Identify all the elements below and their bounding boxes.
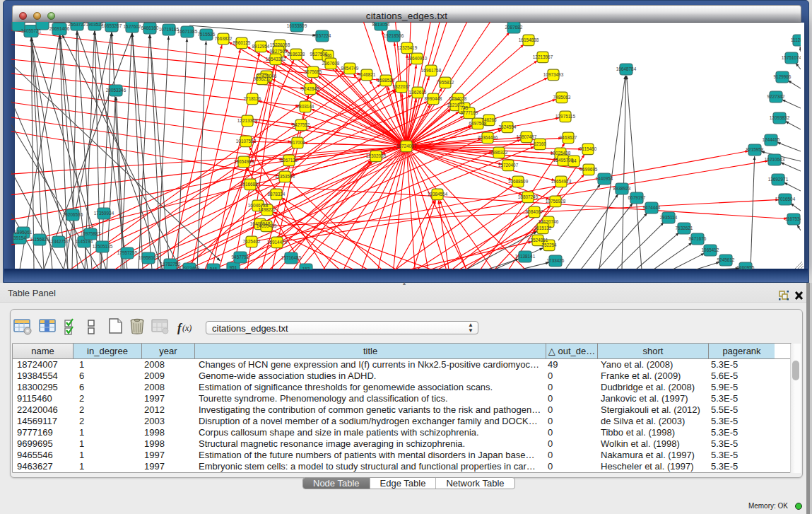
svg-text:12213369: 12213369 bbox=[237, 118, 258, 123]
svg-text:1244415: 1244415 bbox=[763, 137, 780, 142]
svg-text:1167534: 1167534 bbox=[785, 216, 801, 221]
svg-text:546: 546 bbox=[324, 53, 332, 58]
svg-text:9699695: 9699695 bbox=[580, 167, 598, 172]
svg-text:16914479: 16914479 bbox=[267, 240, 288, 245]
svg-text:19218506: 19218506 bbox=[384, 33, 404, 38]
svg-text:1145194: 1145194 bbox=[76, 239, 93, 244]
svg-text:7857224: 7857224 bbox=[314, 33, 331, 38]
svg-text:946: 946 bbox=[210, 267, 218, 269]
svg-text:10756928: 10756928 bbox=[546, 199, 566, 204]
svg-text:12505135: 12505135 bbox=[93, 244, 113, 249]
svg-text:10975887: 10975887 bbox=[81, 231, 101, 236]
svg-text:10719185: 10719185 bbox=[159, 27, 180, 32]
svg-text:10107552: 10107552 bbox=[236, 139, 257, 144]
svg-text:12093832: 12093832 bbox=[770, 115, 790, 120]
svg-text:16033809: 16033809 bbox=[287, 23, 307, 28]
svg-text:12213967: 12213967 bbox=[533, 54, 553, 59]
svg-text:11353594: 11353594 bbox=[275, 174, 295, 179]
svg-text:8990448: 8990448 bbox=[425, 96, 442, 101]
svg-text:18724007: 18724007 bbox=[396, 144, 417, 148]
svg-text:1498222: 1498222 bbox=[259, 207, 276, 212]
svg-text:9457791: 9457791 bbox=[232, 255, 249, 259]
svg-text:64: 64 bbox=[571, 158, 577, 163]
svg-text:746266: 746266 bbox=[481, 117, 497, 122]
svg-text:9777169: 9777169 bbox=[461, 110, 478, 115]
svg-text:10688609: 10688609 bbox=[508, 179, 529, 184]
svg-text:8186328: 8186328 bbox=[288, 52, 305, 57]
svg-text:9227342: 9227342 bbox=[767, 94, 785, 99]
svg-text:18807249: 18807249 bbox=[518, 194, 539, 199]
svg-text:16543382: 16543382 bbox=[266, 57, 286, 62]
svg-text:7515526: 7515526 bbox=[198, 32, 216, 37]
svg-text:1588520: 1588520 bbox=[377, 78, 395, 83]
svg-text:8912954: 8912954 bbox=[252, 44, 270, 49]
svg-text:15226058: 15226058 bbox=[270, 42, 290, 47]
svg-text:16154838: 16154838 bbox=[519, 37, 539, 42]
svg-text:7625402: 7625402 bbox=[243, 239, 261, 244]
svg-text:19654923: 19654923 bbox=[551, 179, 572, 184]
svg-text:12975115: 12975115 bbox=[555, 114, 575, 119]
svg-text:8813054: 8813054 bbox=[372, 22, 390, 27]
svg-text:10973493: 10973493 bbox=[543, 72, 564, 77]
svg-text:6794028: 6794028 bbox=[449, 96, 467, 101]
svg-text:13524851: 13524851 bbox=[528, 238, 548, 243]
svg-text:2803144: 2803144 bbox=[297, 104, 314, 109]
svg-text:9115460: 9115460 bbox=[579, 146, 597, 151]
svg-text:16210643: 16210643 bbox=[765, 157, 785, 162]
svg-text:951: 951 bbox=[230, 265, 237, 269]
svg-text:1065412: 1065412 bbox=[702, 247, 719, 252]
svg-text:1527602: 1527602 bbox=[124, 24, 141, 29]
svg-text:14055721: 14055721 bbox=[21, 28, 42, 33]
svg-text:1112856: 1112856 bbox=[791, 37, 801, 42]
svg-text:20691406: 20691406 bbox=[49, 26, 70, 31]
svg-text:2935114: 2935114 bbox=[660, 215, 678, 220]
svg-text:15495798: 15495798 bbox=[553, 158, 574, 163]
svg-text:1395061: 1395061 bbox=[15, 230, 33, 235]
svg-text:14138141: 14138141 bbox=[515, 254, 536, 259]
svg-text:2087682: 2087682 bbox=[505, 25, 523, 30]
svg-text:9896212: 9896212 bbox=[254, 76, 271, 81]
svg-text:8267130: 8267130 bbox=[281, 158, 298, 163]
svg-text:19654983: 19654983 bbox=[234, 159, 254, 164]
svg-text:9146821: 9146821 bbox=[358, 72, 376, 77]
svg-text:8471676: 8471676 bbox=[689, 236, 707, 241]
svg-text:62160: 62160 bbox=[534, 141, 546, 146]
svg-text:17359934: 17359934 bbox=[94, 211, 114, 216]
svg-text:10025438: 10025438 bbox=[551, 151, 571, 156]
svg-text:19384554: 19384554 bbox=[428, 192, 448, 197]
svg-text:1440954: 1440954 bbox=[596, 176, 613, 181]
svg-text:1733426: 1733426 bbox=[547, 258, 565, 263]
svg-text:9460955: 9460955 bbox=[737, 265, 755, 269]
svg-text:9827509: 9827509 bbox=[270, 49, 288, 54]
svg-text:13692971: 13692971 bbox=[768, 177, 789, 182]
svg-text:(x): (x) bbox=[182, 323, 192, 333]
svg-text:7663822: 7663822 bbox=[215, 36, 233, 41]
svg-text:8427552: 8427552 bbox=[293, 122, 310, 127]
svg-text:16120746: 16120746 bbox=[539, 219, 559, 224]
svg-text:9463627: 9463627 bbox=[560, 135, 577, 140]
svg-text:6466160: 6466160 bbox=[141, 25, 159, 30]
svg-text:15720407: 15720407 bbox=[498, 163, 519, 168]
svg-text:12325419: 12325419 bbox=[397, 45, 418, 50]
svg-text:745: 745 bbox=[461, 105, 469, 110]
svg-text:12302035: 12302035 bbox=[366, 153, 387, 158]
svg-text:17957255: 17957255 bbox=[117, 250, 138, 255]
svg-text:5322037: 5322037 bbox=[393, 84, 411, 89]
svg-text:15716485: 15716485 bbox=[281, 255, 302, 260]
svg-text:8215958: 8215958 bbox=[746, 147, 764, 152]
svg-text:3675685: 3675685 bbox=[305, 69, 322, 74]
svg-text:7955812: 7955812 bbox=[437, 80, 454, 85]
svg-text:153: 153 bbox=[302, 267, 310, 269]
svg-text:1615132: 1615132 bbox=[534, 226, 552, 230]
svg-text:17016504: 17016504 bbox=[775, 197, 796, 201]
svg-text:14099489: 14099489 bbox=[257, 223, 277, 228]
svg-text:16782759: 16782759 bbox=[160, 262, 181, 267]
svg-text:16648784: 16648784 bbox=[616, 66, 637, 71]
svg-text:10653267: 10653267 bbox=[102, 23, 122, 28]
svg-text:8878334: 8878334 bbox=[268, 192, 286, 197]
svg-text:6679197: 6679197 bbox=[628, 195, 646, 200]
svg-text:2718126: 2718126 bbox=[244, 96, 261, 101]
svg-text:20206536: 20206536 bbox=[63, 212, 83, 217]
svg-text:8938923: 8938923 bbox=[613, 186, 631, 191]
svg-text:1362615: 1362615 bbox=[409, 90, 427, 95]
